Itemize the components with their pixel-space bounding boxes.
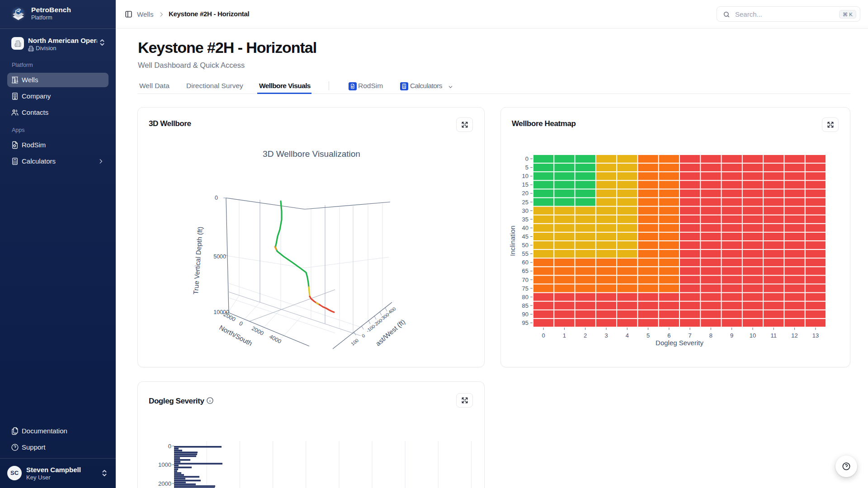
svg-text:10: 10 — [522, 173, 528, 179]
svg-text:0: 0 — [168, 443, 171, 450]
svg-text:10: 10 — [750, 332, 756, 339]
svg-text:0: 0 — [238, 320, 244, 328]
svg-text:7: 7 — [688, 332, 691, 339]
svg-text:60: 60 — [522, 259, 528, 266]
svg-text:25: 25 — [522, 199, 528, 206]
svg-text:0: 0 — [215, 195, 218, 201]
svg-text:40: 40 — [522, 225, 528, 231]
svg-text:1000: 1000 — [158, 461, 171, 468]
svg-text:90: 90 — [522, 311, 528, 318]
svg-text:6: 6 — [667, 332, 670, 339]
svg-text:2000: 2000 — [158, 480, 171, 487]
svg-text:30: 30 — [522, 207, 528, 214]
svg-text:5000: 5000 — [213, 253, 226, 260]
svg-text:95: 95 — [522, 319, 528, 326]
svg-text:20: 20 — [522, 190, 528, 197]
svg-text:50: 50 — [522, 242, 528, 249]
svg-text:0: 0 — [525, 155, 528, 162]
svg-text:65: 65 — [522, 267, 528, 274]
svg-text:3D Wellbore Visualization: 3D Wellbore Visualization — [263, 149, 360, 159]
svg-text:100: 100 — [350, 338, 359, 347]
svg-text:11: 11 — [771, 332, 777, 339]
svg-text:13: 13 — [812, 332, 819, 339]
svg-text:5: 5 — [525, 164, 528, 171]
svg-text:Dogleg Severity: Dogleg Severity — [656, 339, 703, 347]
svg-text:45: 45 — [522, 233, 528, 240]
svg-text:0: 0 — [361, 333, 366, 338]
svg-text:8: 8 — [709, 332, 712, 339]
svg-text:-400: -400 — [386, 306, 397, 316]
svg-text:0: 0 — [542, 332, 545, 339]
svg-text:4000: 4000 — [268, 333, 282, 345]
svg-text:85: 85 — [522, 302, 528, 309]
svg-text:North/South: North/South — [218, 324, 254, 347]
svg-text:3: 3 — [604, 332, 608, 339]
svg-text:70: 70 — [522, 277, 528, 283]
svg-text:1: 1 — [563, 332, 566, 339]
svg-text:Inclination: Inclination — [509, 225, 516, 256]
svg-text:5: 5 — [646, 332, 650, 339]
svg-text:2: 2 — [584, 332, 587, 339]
svg-text:55: 55 — [522, 250, 528, 257]
svg-text:4: 4 — [626, 332, 629, 339]
svg-text:75: 75 — [522, 285, 528, 292]
svg-text:80: 80 — [522, 294, 528, 300]
svg-text:35: 35 — [522, 216, 528, 223]
svg-text:12: 12 — [791, 332, 797, 339]
svg-text:15: 15 — [522, 181, 528, 188]
svg-text:9: 9 — [730, 332, 733, 339]
svg-text:True Vertical Depth (ft): True Vertical Depth (ft) — [192, 226, 204, 295]
